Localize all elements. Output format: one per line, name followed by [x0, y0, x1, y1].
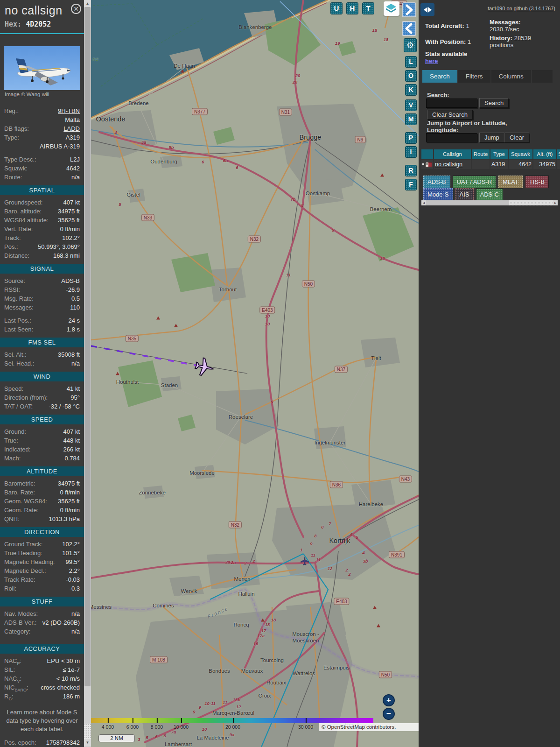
column-header[interactable]: Callsign [434, 149, 471, 159]
source-badge[interactable]: TIS-B [525, 176, 549, 188]
source-badge[interactable]: AIS [455, 188, 474, 201]
column-header[interactable]: Type [490, 149, 508, 159]
panel-tab[interactable]: Columns [491, 70, 531, 83]
column-header[interactable]: S [557, 149, 560, 159]
map-hotkey-button[interactable]: F [405, 179, 417, 190]
detail-row: Last Seen: 1.8 s [0, 325, 84, 334]
legend-label: 6 000 [126, 724, 139, 730]
map-viewport[interactable]: BlankenbergeDe HaanBredeneOostendeBrugge… [91, 0, 419, 747]
detail-row: RC: 186 m [0, 692, 84, 701]
map-hotkey-button[interactable]: O [405, 70, 417, 82]
panel-tab[interactable] [532, 70, 553, 83]
map-hotkey-button[interactable]: K [405, 84, 417, 96]
map-attribution[interactable]: © OpenStreetMap contributors. [319, 723, 419, 731]
panel-collapse-button[interactable] [420, 3, 434, 16]
city-label: Mouscron - [292, 631, 319, 637]
source-badge[interactable]: ADS-B [423, 176, 450, 188]
jump-button[interactable]: Jump [479, 133, 504, 142]
zoom-out-button[interactable]: − [383, 708, 395, 720]
detail-row: Magnetic Heading: 99.5° [0, 557, 84, 566]
zoom-in-button[interactable]: + [383, 694, 395, 706]
column-header[interactable]: Alt. (ft) [533, 149, 556, 159]
row-marker [422, 163, 424, 165]
panel-horizontal-scrollbar[interactable]: ◂ ▸ [421, 200, 558, 205]
aircraft-photo[interactable] [4, 46, 80, 90]
map-hotkey-button[interactable]: V [405, 99, 417, 111]
aircraft-detail-sections: SPATIAL Groundspeed: 407 kt Baro. altitu… [0, 185, 84, 701]
road-badge: N50 [379, 671, 392, 678]
column-header[interactable]: Squawk [509, 149, 532, 159]
city-label: Bondues [209, 668, 230, 674]
map-hotkey-button[interactable]: P [405, 132, 417, 144]
map-toolbar-button[interactable]: H [346, 2, 358, 14]
sidebar-scrollbar[interactable]: ▲ ▼ [84, 0, 91, 747]
exit-number-label: 16 [253, 641, 259, 646]
exit-number-label: 7a [171, 729, 176, 734]
city-label: Tielt [371, 355, 381, 361]
exit-number-label: 18 [372, 28, 378, 33]
settings-button[interactable]: ⚙ [404, 38, 417, 52]
source-badge[interactable]: MLAT [498, 176, 523, 188]
map-hotkey-button[interactable]: L [405, 56, 417, 68]
triangle-right-icon [428, 7, 432, 13]
info-row: Squawk: 4642 [0, 164, 84, 173]
jump-clear-button[interactable]: Clear [504, 133, 529, 142]
detail-row: Groundspeed: 407 kt [0, 198, 84, 207]
exit-number-label: 11 [286, 272, 291, 277]
collapse-left-button[interactable] [402, 21, 416, 36]
source-badge[interactable]: UAT / ADS-R [453, 176, 496, 188]
source-badge[interactable]: ADS-C [476, 188, 503, 201]
map-toolbar-button[interactable]: T [362, 2, 374, 14]
city-label: Moeskroen [293, 638, 319, 643]
column-header[interactable] [421, 149, 433, 159]
panel-tab[interactable]: Search [422, 70, 457, 83]
github-link[interactable]: tar1090 on github (3.14.1767) [488, 6, 555, 11]
city-label: Torhout [219, 287, 237, 292]
detail-row: Geom. WGS84: 35625 ft [0, 497, 84, 506]
exit-number-label: 2a [225, 559, 231, 564]
exit-number-label: 10 [265, 313, 270, 318]
scroll-right-icon[interactable]: ▸ [553, 200, 558, 205]
city-label: Oudenburg [150, 159, 177, 164]
expand-right-button[interactable] [402, 2, 416, 17]
sidebar-scrollbar-thumb[interactable] [84, 7, 91, 686]
legend-label: 4 000 [102, 724, 114, 730]
map-hotkey-button[interactable]: R [405, 165, 417, 176]
source-badge[interactable]: Mode-S [423, 188, 453, 201]
city-label: Oostende [96, 115, 126, 123]
hazard-triangle-icon [174, 324, 178, 327]
map-toolbar-button[interactable]: U [330, 2, 343, 14]
map-hotkey-button[interactable]: M [405, 113, 417, 125]
city-label: Roubaix [266, 680, 286, 685]
layer-selector-button[interactable] [384, 1, 399, 16]
panel-tab[interactable]: Filters [458, 70, 490, 83]
detail-row: FMS SEL [0, 338, 84, 347]
scroll-left-icon[interactable]: ◂ [421, 200, 426, 205]
exit-number-label: 17a [257, 633, 265, 638]
exit-number-label: 10 [265, 321, 270, 326]
legend-tick [306, 718, 307, 723]
map-hotkey-button[interactable]: I [405, 146, 417, 158]
search-button[interactable]: Search [479, 98, 509, 108]
clear-search-button[interactable]: Clear Search [427, 110, 473, 120]
scroll-down-icon[interactable]: ▼ [84, 739, 91, 746]
close-icon[interactable]: ✕ [71, 4, 81, 14]
search-input[interactable] [426, 99, 477, 108]
chevron-left-icon [403, 22, 415, 35]
exit-number-label: 10 [380, 255, 385, 261]
city-label: La Madeleine [196, 735, 229, 740]
aircraft-table-row[interactable]: no callsign A319 4642 34975 [421, 160, 560, 169]
detail-row: SIGNAL [0, 264, 84, 274]
stats-here-link[interactable]: here [425, 57, 438, 64]
exit-number-label: 4 [362, 550, 364, 555]
detail-row: SIL: ≤ 1e-7 [0, 665, 84, 674]
jump-input[interactable] [426, 133, 477, 142]
hscroll-thumb[interactable] [426, 200, 509, 205]
column-header[interactable]: Route [472, 149, 490, 159]
search-label: Search: [427, 92, 449, 99]
legend-label: 30 000 [298, 724, 313, 730]
scroll-up-icon[interactable]: ▲ [84, 0, 91, 7]
detail-row: Messages: 110 [0, 303, 84, 312]
road-badge: N33 [141, 214, 154, 221]
callsign-cell[interactable]: no callsign [434, 160, 471, 169]
